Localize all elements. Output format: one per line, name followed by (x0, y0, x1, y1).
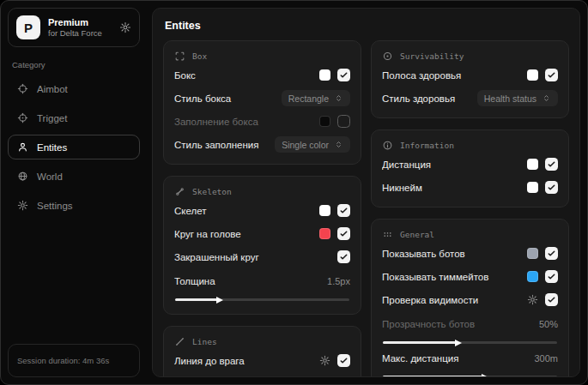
check-icon (339, 356, 349, 365)
checkbox[interactable] (545, 69, 558, 81)
color-swatch[interactable] (527, 248, 538, 259)
slider-thumb[interactable] (455, 340, 462, 346)
color-swatch[interactable] (527, 271, 538, 282)
card-header: Lines (174, 336, 350, 347)
checkbox[interactable] (545, 293, 558, 306)
card-header: Box (174, 51, 350, 62)
slider[interactable] (383, 376, 557, 377)
settings-icon[interactable] (119, 21, 131, 33)
card-header: Survivability (382, 51, 558, 62)
sidebar-item-world[interactable]: World (8, 164, 140, 189)
color-swatch[interactable] (527, 159, 538, 170)
brand-subtitle: for Delta Force (48, 28, 102, 38)
sidebar-item-trigget[interactable]: Trigget (8, 105, 140, 130)
dropdown-value: Rectangle (288, 93, 329, 104)
column-right: SurvivabilityПолоса здоровьяСтиль здоров… (371, 40, 569, 377)
checkbox[interactable] (545, 158, 558, 171)
category-label: Category (12, 60, 136, 69)
color-swatch[interactable] (527, 69, 538, 81)
check-icon (339, 252, 349, 262)
card-title: Information (400, 141, 454, 150)
setting-row: Проверка видимости (382, 290, 558, 310)
sidebar-item-label: Entites (37, 142, 67, 153)
brand-text: Premium for Delta Force (48, 17, 102, 38)
card-skeleton: SkeletonСкелетКруг на головеЗакрашенный … (163, 176, 361, 315)
slider-value: 300m (534, 353, 558, 364)
page-title: Entites (165, 20, 569, 32)
setting-row: Дистанция (382, 154, 558, 174)
setting-row: Прозрачность ботов50% (382, 314, 558, 334)
color-swatch[interactable] (319, 116, 330, 127)
color-swatch[interactable] (319, 228, 330, 239)
main-panel: Entites BoxБоксСтиль боксаRectangleЗапол… (152, 8, 580, 377)
slider-group: Макс. дистанция300m (382, 348, 558, 377)
check-icon (547, 183, 556, 192)
circledot-icon (382, 51, 393, 62)
person-icon (17, 141, 28, 153)
sidebar: P Premium for Delta Force Category Aimbo… (1, 1, 147, 384)
slider-value: 50% (539, 319, 558, 329)
card-columns: BoxБоксСтиль боксаRectangleЗаполнение бо… (163, 40, 569, 377)
setting-row: Круг на голове (174, 224, 350, 244)
slider[interactable] (383, 341, 557, 344)
setting-row: Заполнение бокса (174, 111, 350, 131)
slider-thumb[interactable] (216, 297, 223, 304)
checkbox[interactable] (545, 181, 558, 194)
checkbox[interactable] (545, 247, 558, 260)
row-settings-icon[interactable] (319, 355, 330, 366)
gear-icon (17, 200, 28, 211)
dropdown-value: Health status (484, 93, 536, 104)
brand-title: Premium (48, 17, 102, 27)
sidebar-item-label: World (37, 171, 63, 182)
checkbox[interactable] (337, 250, 350, 263)
checkbox[interactable] (545, 270, 558, 283)
sidebar-item-entites[interactable]: Entites (8, 135, 140, 159)
check-icon (547, 295, 556, 304)
sidebar-item-settings[interactable]: Settings (8, 193, 140, 218)
slider-thumb[interactable] (482, 374, 488, 378)
checkbox[interactable] (337, 227, 350, 240)
sidebar-item-label: Aimbot (37, 84, 68, 94)
sidebar-nav: AimbotTriggetEntitesWorldSettings (8, 76, 140, 218)
globe-icon (17, 171, 28, 182)
card-title: General (400, 230, 434, 239)
check-icon (547, 272, 556, 281)
chevron-expand-icon (334, 140, 343, 149)
checkbox[interactable] (337, 204, 350, 217)
check-icon (547, 159, 556, 169)
setting-row: Стиль боксаRectangle (174, 88, 350, 108)
setting-row: Бокс (174, 65, 350, 85)
setting-row: Закрашенный круг (174, 247, 350, 267)
setting-row: Стиль заполненияSingle color (174, 135, 350, 154)
dropdown[interactable]: Single color (275, 136, 350, 153)
checkbox[interactable] (337, 115, 350, 128)
app-window: P Premium for Delta Force Category Aimbo… (0, 0, 588, 385)
card-information: InformationДистанцияНикнейм (371, 129, 569, 208)
setting-row: Линия взгляда (174, 374, 350, 377)
card-survivability: SurvivabilityПолоса здоровьяСтиль здоров… (371, 40, 569, 118)
sidebar-item-label: Trigget (37, 113, 67, 123)
checkbox[interactable] (337, 69, 350, 81)
card-lines: LinesЛиния до врагаЛиния взгляда (163, 326, 361, 377)
slider-group: Прозрачность ботов50% (382, 314, 558, 344)
row-settings-icon[interactable] (527, 294, 538, 305)
card-title: Box (192, 51, 207, 61)
card-header: Information (382, 140, 558, 151)
setting-row: Стиль здоровьяHealth status (382, 88, 558, 108)
dropdown[interactable]: Health status (477, 90, 558, 106)
color-swatch[interactable] (319, 205, 330, 216)
setting-row: Показывать тиммейтов (382, 267, 558, 286)
slider[interactable] (175, 298, 349, 301)
dropdown[interactable]: Rectangle (282, 90, 350, 106)
checkbox[interactable] (337, 354, 350, 367)
sidebar-item-aimbot[interactable]: Aimbot (8, 76, 140, 101)
brand-logo: P (16, 15, 40, 39)
check-icon (339, 70, 349, 80)
chevron-expand-icon (334, 93, 343, 103)
check-icon (547, 249, 556, 258)
grid-icon (382, 229, 393, 240)
check-icon (547, 70, 556, 80)
color-swatch[interactable] (319, 69, 330, 81)
setting-row: Показывать ботов (382, 244, 558, 263)
color-swatch[interactable] (527, 182, 538, 193)
